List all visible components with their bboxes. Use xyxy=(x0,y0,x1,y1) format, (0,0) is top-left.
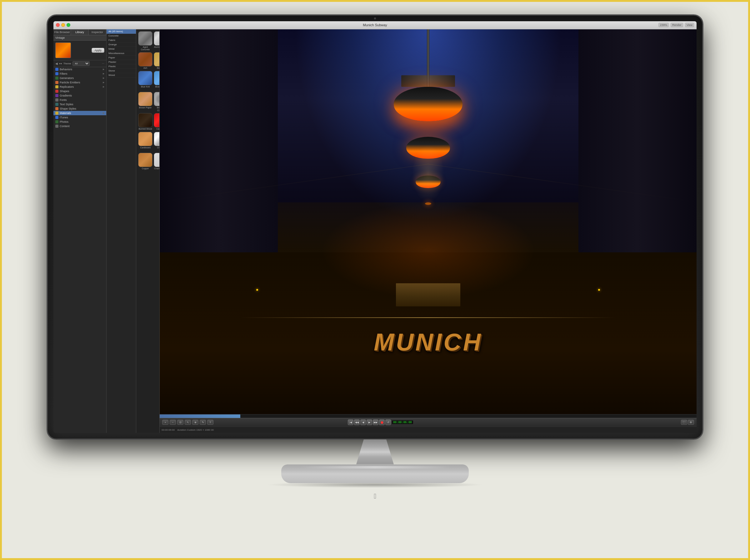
mat-aged-concrete[interactable]: Aged Concrete xyxy=(138,30,153,52)
window-title: Munich Subway xyxy=(363,23,387,27)
library-item-shape-styles[interactable]: Shape Styles xyxy=(54,106,106,111)
close-button[interactable] xyxy=(56,23,60,27)
cat-plastic[interactable]: Plastic xyxy=(106,64,136,69)
mat-blue-plastic[interactable]: Blue Plastic xyxy=(153,70,159,91)
cat-plaster-label: Plaster xyxy=(108,61,116,63)
loop-button[interactable]: ↺ xyxy=(385,419,391,425)
mat-burned-wood[interactable]: Burned Wood xyxy=(138,112,153,131)
viewport[interactable]: MUNICH xyxy=(160,29,696,414)
cat-all[interactable]: All (95 items) xyxy=(106,29,136,34)
mat-brown-paper[interactable]: Brown Paper xyxy=(138,91,153,112)
mat-ash-thumb xyxy=(138,52,153,66)
cat-wood[interactable]: Wood xyxy=(106,73,136,78)
library-item-photos[interactable]: Photos xyxy=(54,120,106,124)
library-item-fonts[interactable]: Fonts xyxy=(54,98,106,102)
mat-aluminum-foil-label: Aluminum Foil xyxy=(154,46,159,48)
cat-paper[interactable]: Paper xyxy=(106,56,136,60)
library-item-content[interactable]: Content xyxy=(54,124,106,128)
cat-miscellaneous[interactable]: Miscellaneous xyxy=(106,51,136,56)
view-button[interactable]: View xyxy=(685,23,694,27)
materials-arrow: ▶ xyxy=(103,112,104,114)
tab-inspector[interactable]: Inspector xyxy=(89,29,106,35)
render-button[interactable]: Render xyxy=(671,23,683,27)
mat-aluminum-foil[interactable]: Aluminum Foil xyxy=(153,30,159,52)
theme-options[interactable]: ⋯ xyxy=(102,62,104,65)
text-tool[interactable]: T xyxy=(207,420,213,425)
mat-burned-wood-thumb xyxy=(138,113,153,127)
tunnel-glow xyxy=(412,145,444,202)
generators-label: Generators xyxy=(60,77,74,80)
play-button[interactable]: ▶ xyxy=(367,419,372,425)
mat-cracked-paint[interactable]: Cracked Paint xyxy=(153,152,159,170)
mat-cardboard[interactable]: Cardboard xyxy=(138,131,153,152)
library-item-gradients[interactable]: Gradients xyxy=(54,94,106,98)
mat-chrome-thumb xyxy=(154,132,159,146)
minus-button[interactable]: − xyxy=(170,420,176,425)
replicators-arrow: ▶ xyxy=(103,86,104,88)
library-item-generators[interactable]: Generators ▶ xyxy=(54,76,106,80)
cat-grange[interactable]: Grange xyxy=(106,42,136,47)
fullscreen-button[interactable]: ⛶ xyxy=(681,420,687,425)
add-button[interactable]: + xyxy=(162,420,169,425)
nav-back[interactable]: ◀ xyxy=(55,62,58,65)
settings-button[interactable]: ⚙ xyxy=(688,420,694,425)
select-tool[interactable]: ↖ xyxy=(185,420,191,425)
filters-arrow: ▶ xyxy=(103,72,104,75)
library-item-materials[interactable]: Materials ▶ xyxy=(54,111,106,115)
transform-tool[interactable]: ⊕ xyxy=(192,420,198,425)
fonts-label: Fonts xyxy=(60,98,67,102)
tab-file-browser[interactable]: File Browser xyxy=(54,29,71,35)
behaviors-label: Behaviors xyxy=(60,68,72,71)
mat-brushed-circular[interactable]: Brushed Circular xyxy=(153,91,159,112)
library-item-filters[interactable]: Filters ▶ xyxy=(54,71,106,76)
mat-cracked-paint-thumb xyxy=(154,153,159,167)
mat-burned-wood-label: Burned Wood xyxy=(139,128,152,130)
minimize-button[interactable] xyxy=(61,23,65,27)
library-item-text-styles[interactable]: Text Styles xyxy=(54,102,106,106)
cat-concrete[interactable]: Concrete xyxy=(106,34,136,38)
zoom-level[interactable]: 239% xyxy=(658,23,669,27)
cat-plaster[interactable]: Plaster xyxy=(106,60,136,64)
title-bar: Munich Subway 239% Render View xyxy=(54,21,696,29)
mat-bamboo[interactable]: Bamboo xyxy=(153,51,159,70)
theme-select[interactable]: All Vintage xyxy=(73,61,90,66)
library-item-shapes[interactable]: Shapes xyxy=(54,89,106,94)
play-reverse-button[interactable]: ◀ xyxy=(360,419,366,425)
mat-ash[interactable]: Ash xyxy=(138,51,153,70)
mat-chrome[interactable]: Chrome xyxy=(153,131,159,152)
cat-fabric[interactable]: Fabric xyxy=(106,38,136,42)
cat-stone[interactable]: Stone xyxy=(106,69,136,73)
library-item-replicators[interactable]: Replicators ▶ xyxy=(54,85,106,89)
apply-button[interactable]: Apply xyxy=(92,48,104,53)
rewind-button[interactable]: ◀◀ xyxy=(354,419,360,425)
mat-copper[interactable]: Copper xyxy=(138,152,153,170)
lamp-shade-main xyxy=(394,87,462,121)
go-start-button[interactable]: |◀ xyxy=(348,419,353,425)
maximize-button[interactable] xyxy=(66,23,70,27)
preview-thumbnail xyxy=(55,42,71,58)
status-duration: duration Custom 1920 × 1080 30 xyxy=(177,429,214,431)
cat-paper-label: Paper xyxy=(108,56,115,59)
cat-metal-label: Metal xyxy=(108,47,115,50)
zoom-fit-button[interactable]: ⊡ xyxy=(177,420,183,425)
behaviors-arrow: ▶ xyxy=(103,68,104,70)
cat-fabric-label: Fabric xyxy=(108,39,115,42)
tab-library[interactable]: Library xyxy=(71,29,88,35)
mat-car-paint[interactable]: Car Paint xyxy=(153,112,159,131)
library-item-particle-emitters[interactable]: Particle Emitters ▶ xyxy=(54,80,106,85)
library-header: Vintage xyxy=(54,35,106,41)
mat-car-paint-label: Car Paint xyxy=(156,128,159,130)
library-item-itunes[interactable]: iTunes xyxy=(54,115,106,120)
mat-brushed-circular-thumb xyxy=(154,92,159,106)
cat-metal[interactable]: Metal xyxy=(106,47,136,51)
library-item-behaviors[interactable]: Behaviors ▶ xyxy=(54,67,106,71)
screen: Munich Subway 239% Render View File Brow… xyxy=(54,21,696,433)
subway-scene: MUNICH xyxy=(160,29,696,414)
pen-tool[interactable]: ✎ xyxy=(200,420,206,425)
timecode-display[interactable]: 00:00:06:00 xyxy=(392,420,413,424)
shapes-icon xyxy=(55,90,58,93)
fast-forward-button[interactable]: ▶▶ xyxy=(373,419,378,425)
mat-blue-knit[interactable]: Blue Knit xyxy=(138,70,153,91)
timeline-bar[interactable] xyxy=(160,414,696,418)
record-button[interactable]: ⬤ xyxy=(379,419,385,425)
